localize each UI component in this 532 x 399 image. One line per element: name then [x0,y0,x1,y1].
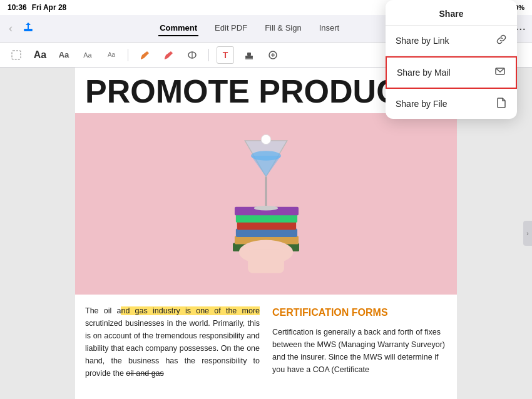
share-by-mail-label: Share by Mail [397,68,451,78]
doc-body-right: CERTIFICATION FORMS Certification is gen… [272,305,447,380]
document-body: The oil and gas industry is one of the m… [75,295,457,390]
share-popup: Share Share by Link Share by Mail Share … [386,0,517,119]
cert-title: CERTIFICATION FORMS [272,305,447,321]
underline-pen-icon[interactable] [160,46,177,64]
svg-rect-29 [248,249,284,273]
stamp-icon[interactable] [240,46,258,64]
tab-fill-sign[interactable]: Fill & Sign [263,21,303,36]
share-by-mail-item[interactable]: Share by Mail [386,56,517,89]
status-date: Fri Apr 28 [32,3,67,12]
back-button[interactable]: ‹ [6,21,15,36]
separator-1 [128,49,128,61]
tab-edit-pdf[interactable]: Edit PDF [213,21,248,36]
cert-body: Certification is generally a back and fo… [272,326,447,376]
share-popup-title: Share [386,0,517,26]
svg-rect-16 [245,56,253,58]
svg-point-31 [254,206,279,211]
mail-icon [494,66,506,79]
select-icon [8,46,25,64]
tab-comment[interactable]: Comment [158,21,198,36]
svg-rect-17 [247,53,251,56]
tab-insert[interactable]: Insert [318,21,341,36]
link-icon [496,34,507,48]
status-time: 10:36 [8,3,27,12]
toolbar-nav: ‹ [6,20,36,37]
svg-rect-4 [24,30,33,31]
share-by-file-item[interactable]: Share by File [386,89,517,119]
svg-point-35 [261,134,270,144]
share-by-link-label: Share by Link [396,36,449,46]
strikethrough-text: oil and gas [126,369,163,378]
font-aa-large[interactable]: Aa [31,46,49,64]
font-aa-medium[interactable]: Aa [55,46,73,64]
svg-rect-13 [12,51,21,59]
separator-2 [208,49,209,61]
share-by-file-label: Share by File [396,99,447,109]
share-button[interactable] [20,20,36,37]
share-by-link-item[interactable]: Share by Link [386,26,517,56]
document-image [75,113,457,295]
svg-marker-34 [251,156,281,177]
doc-body-left: The oil and gas industry is one of the m… [85,305,260,380]
signature-icon[interactable] [264,46,282,64]
highlighted-text: nd gas industry is one of the more [121,306,260,315]
svg-rect-3 [24,29,33,30]
text-box-icon[interactable]: T [217,46,234,64]
eraser-icon[interactable] [183,46,201,64]
font-aa-small[interactable]: Aa [79,46,96,64]
collapse-handle[interactable]: › [523,221,532,246]
file-icon [496,97,507,111]
highlight-pen-icon[interactable] [136,46,153,64]
svg-rect-25 [237,221,296,230]
svg-rect-26 [236,215,297,223]
font-aa-tiny[interactable]: Aa [103,46,120,64]
svg-rect-24 [236,229,297,237]
